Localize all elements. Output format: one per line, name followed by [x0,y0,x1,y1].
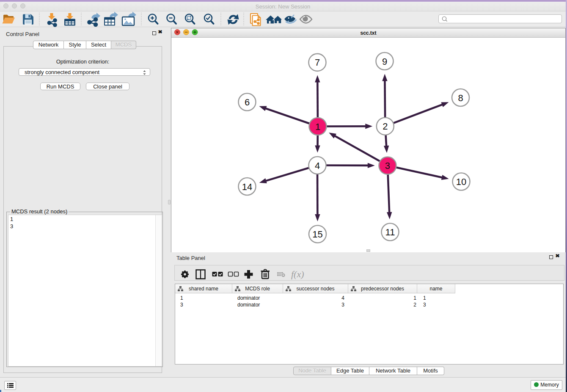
svg-text:8: 8 [458,93,463,103]
svg-text:4: 4 [315,160,320,171]
svg-text:11: 11 [385,227,395,237]
svg-text:9: 9 [382,56,387,67]
svg-text:f(x): f(x) [291,269,304,279]
svg-text:7: 7 [315,57,320,68]
svg-text:1: 1 [315,121,320,132]
svg-text:3: 3 [385,160,390,171]
svg-text:10: 10 [456,177,466,187]
svg-text:2: 2 [383,121,388,132]
svg-text:14: 14 [242,182,252,192]
svg-text:6: 6 [245,97,250,108]
svg-text:15: 15 [312,229,322,240]
